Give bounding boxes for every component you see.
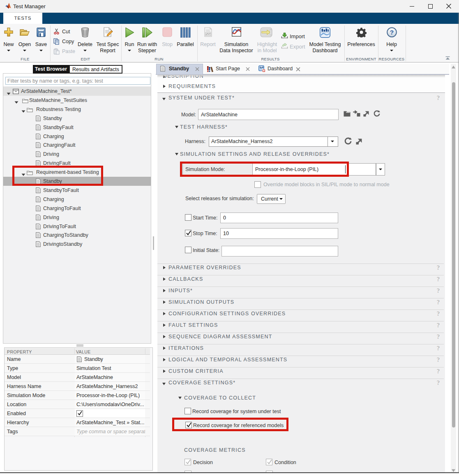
svg-text:?: ? (390, 29, 394, 36)
